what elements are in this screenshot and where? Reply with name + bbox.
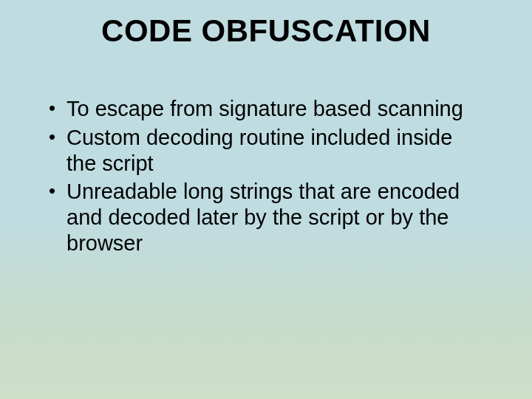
list-item: To escape from signature based scanning (44, 96, 488, 122)
slide-body: To escape from signature based scanning … (0, 52, 532, 256)
bullet-list: To escape from signature based scanning … (44, 96, 488, 256)
slide: CODE OBFUSCATION To escape from signatur… (0, 0, 532, 399)
list-item: Unreadable long strings that are encoded… (44, 179, 488, 256)
list-item: Custom decoding routine included inside … (44, 125, 488, 177)
slide-title: CODE OBFUSCATION (0, 0, 532, 52)
